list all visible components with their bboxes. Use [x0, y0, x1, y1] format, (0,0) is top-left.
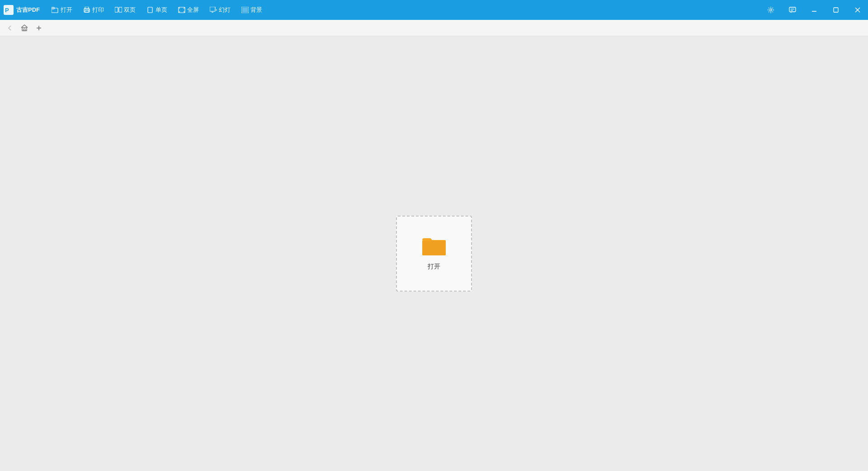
svg-rect-8 — [115, 7, 118, 12]
singlepage-label: 单页 — [156, 6, 167, 14]
open-file-card[interactable]: 打开 — [396, 216, 472, 292]
background-label: 背景 — [250, 6, 262, 14]
open-label: 打开 — [61, 6, 72, 14]
toolbar-fullscreen-button[interactable]: 全屏 — [174, 4, 203, 16]
window-controls — [760, 0, 868, 20]
toolbar-print-button[interactable]: 打印 — [79, 4, 108, 16]
add-tab-button[interactable] — [33, 22, 45, 34]
slideshow-icon — [210, 6, 217, 14]
toolbar: 打开 打印 双页 — [47, 4, 864, 16]
svg-point-7 — [89, 9, 90, 10]
background-icon — [241, 6, 249, 14]
doublepage-icon — [115, 6, 122, 14]
singlepage-icon — [146, 6, 154, 14]
app-logo: P — [4, 5, 14, 15]
open-card-label: 打开 — [428, 263, 440, 271]
main-content: 打开 — [0, 36, 868, 471]
settings-button[interactable] — [760, 0, 781, 20]
fullscreen-label: 全屏 — [187, 6, 199, 14]
svg-rect-10 — [148, 7, 152, 13]
close-button[interactable] — [847, 0, 868, 20]
svg-rect-9 — [119, 7, 122, 12]
doublepage-label: 双页 — [124, 6, 136, 14]
maximize-button[interactable] — [826, 0, 846, 20]
toolbar-singlepage-button[interactable]: 单页 — [142, 4, 172, 16]
titlebar: P 古吉PDF 打开 — [0, 0, 868, 20]
svg-text:P: P — [5, 7, 9, 14]
toolbar-doublepage-button[interactable]: 双页 — [110, 4, 140, 16]
svg-rect-16 — [210, 7, 215, 11]
minimize-button[interactable] — [804, 0, 825, 20]
svg-point-21 — [770, 9, 772, 11]
slideshow-label: 幻灯 — [219, 6, 231, 14]
toolbar-open-button[interactable]: 打开 — [47, 4, 77, 16]
svg-rect-26 — [834, 8, 838, 12]
svg-rect-20 — [242, 8, 248, 12]
svg-rect-34 — [422, 241, 446, 255]
back-button[interactable] — [4, 22, 16, 34]
app-logo-area: P 古吉PDF — [4, 5, 40, 15]
fullscreen-icon — [178, 6, 185, 14]
open-icon — [52, 6, 59, 14]
app-title: 古吉PDF — [16, 6, 40, 14]
comment-button[interactable] — [782, 0, 803, 20]
print-icon — [83, 6, 90, 14]
navbar — [0, 20, 868, 36]
home-button[interactable] — [18, 22, 31, 34]
folder-icon — [421, 236, 447, 257]
print-label: 打印 — [92, 6, 104, 14]
toolbar-slideshow-button[interactable]: 幻灯 — [205, 4, 235, 16]
svg-marker-17 — [216, 9, 217, 11]
svg-rect-22 — [789, 7, 796, 12]
toolbar-background-button[interactable]: 背景 — [237, 4, 267, 16]
